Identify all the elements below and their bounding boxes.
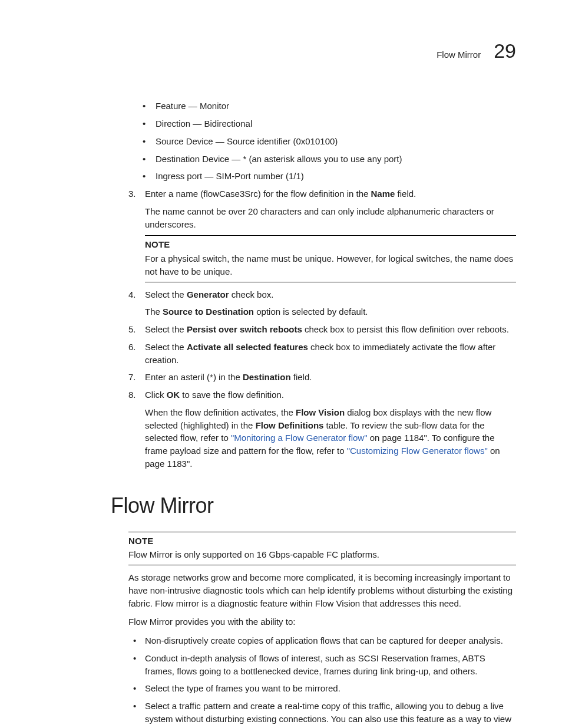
step-text: Click OK to save the flow definition.: [145, 388, 516, 401]
step-5: 5. Select the Persist over switch reboot…: [128, 323, 516, 336]
ui-checkbox-persist: Persist over switch reboots: [187, 324, 302, 334]
running-head-title: Flow Mirror: [437, 48, 481, 61]
step-detail: The name cannot be over 20 characters an…: [145, 205, 516, 231]
ui-checkbox-generator: Generator: [187, 289, 229, 299]
procedure-steps: 3. Enter a name (flowCase3Src) for the f…: [128, 187, 516, 470]
list-item: Destination Device — * (an asterisk allo…: [128, 153, 516, 166]
feature-list: Feature — Monitor Direction — Bidirectio…: [128, 100, 516, 183]
lead-paragraph: Flow Mirror provides you with the abilit…: [128, 615, 516, 628]
note-body: Flow Mirror is only supported on 16 Gbps…: [128, 548, 516, 561]
ui-checkbox-activate: Activate all selected features: [187, 342, 308, 352]
step-number: 5.: [128, 323, 136, 336]
step-text: Select the Persist over switch reboots c…: [145, 323, 516, 336]
note-block: NOTE For a physical switch, the name mus…: [145, 235, 516, 282]
mirror-ability-list: Non-disruptively create copies of applic…: [128, 634, 516, 728]
step-text: Select the Activate all selected feature…: [145, 341, 516, 367]
step-number: 3.: [128, 187, 136, 200]
step-number: 7.: [128, 371, 136, 384]
step-number: 8.: [128, 388, 136, 401]
step-number: 4.: [128, 288, 136, 301]
list-item: Ingress port — SIM-Port number (1/1): [128, 170, 516, 183]
page-content: Feature — Monitor Direction — Bidirectio…: [128, 100, 516, 728]
ui-field-destination: Destination: [243, 372, 291, 382]
step-7: 7. Enter an asteril (*) in the Destinati…: [128, 371, 516, 384]
list-item: Conduct in-depth analysis of flows of in…: [128, 652, 516, 678]
list-item: Feature — Monitor: [128, 100, 516, 113]
page-header: Flow Mirror 29: [46, 37, 516, 65]
note-block: NOTE Flow Mirror is only supported on 16…: [128, 532, 516, 566]
chapter-number: 29: [494, 37, 516, 65]
ui-field-name: Name: [371, 189, 395, 199]
list-item: Source Device — Source identifier (0x010…: [128, 135, 516, 148]
list-item: Direction — Bidirectional: [128, 117, 516, 130]
step-6: 6. Select the Activate all selected feat…: [128, 341, 516, 367]
step-8: 8. Click OK to save the flow definition.…: [128, 388, 516, 470]
note-label: NOTE: [128, 535, 516, 548]
list-item: Select the type of frames you want to be…: [128, 682, 516, 695]
ui-dialog-flow-vision: Flow Vision: [296, 407, 345, 417]
xref-monitoring-link[interactable]: "Monitoring a Flow Generator flow": [231, 433, 368, 443]
list-item: Select a traffic pattern and create a re…: [128, 700, 516, 728]
xref-customizing-link[interactable]: "Customizing Flow Generator flows": [347, 446, 488, 456]
step-number: 6.: [128, 341, 136, 354]
intro-paragraph: As storage networks grow and become more…: [128, 571, 516, 610]
step-text: Enter a name (flowCase3Src) for the flow…: [145, 187, 516, 200]
ui-table-flow-definitions: Flow Definitions: [256, 420, 324, 430]
list-item: Non-disruptively create copies of applic…: [128, 634, 516, 647]
note-body: For a physical switch, the name must be …: [145, 252, 516, 278]
step-4: 4. Select the Generator check box. The S…: [128, 288, 516, 319]
step-detail: The Source to Destination option is sele…: [145, 305, 516, 318]
step-detail: When the flow definition activates, the …: [145, 406, 516, 470]
step-text: Select the Generator check box.: [145, 288, 516, 301]
step-3: 3. Enter a name (flowCase3Src) for the f…: [128, 187, 516, 282]
ui-button-ok: OK: [167, 390, 180, 400]
step-text: Enter an asteril (*) in the Destination …: [145, 371, 516, 384]
section-heading-flow-mirror: Flow Mirror: [111, 490, 516, 521]
ui-option-src-dest: Source to Destination: [163, 307, 254, 317]
note-label: NOTE: [145, 238, 516, 251]
